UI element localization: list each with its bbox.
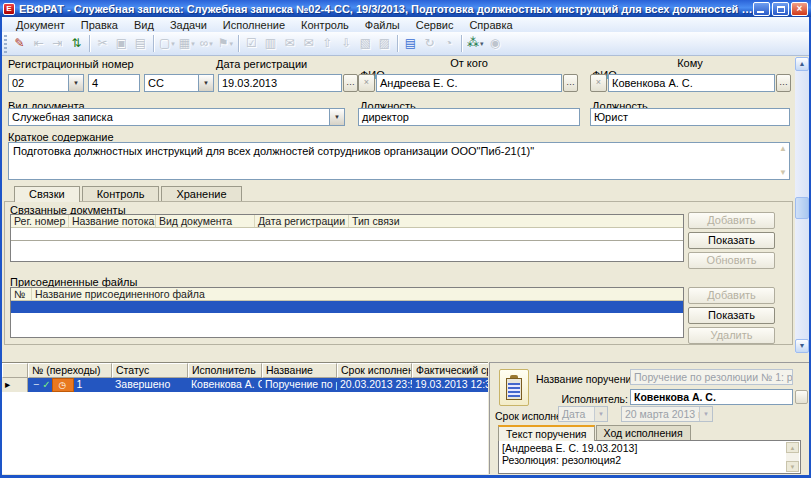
linked-refresh-button: Обновить [688,252,775,269]
status-check-icon: ✓ [42,379,50,390]
doc-type-combobox[interactable]: Служебная записка ▼ [8,108,345,126]
restore-icon [777,6,785,13]
menu-item-5[interactable]: Контроль [293,19,357,31]
executor-label: Исполнитель: [536,393,628,405]
column-header[interactable]: Название потока [69,215,156,227]
menu-item-3[interactable]: Задачи [162,19,215,31]
stop-process-icon: ◉ [486,34,505,53]
minimize-button[interactable] [753,2,770,16]
menu-item-0[interactable]: Документ [8,19,73,31]
column-header[interactable]: № [11,288,32,300]
column-header[interactable]: Название присоединенного файла [32,288,683,300]
from-fio-input[interactable]: Андреева Е. С. [376,74,562,92]
from-group-label: От кого [358,57,580,69]
menu-item-2[interactable]: Вид [126,19,162,31]
menu-item-6[interactable]: Файлы [357,19,408,31]
column-header[interactable]: Фактический срок... [412,363,488,378]
tab-kontrol[interactable]: Контроль [82,186,160,201]
chevron-down-icon[interactable]: ▼ [68,75,83,91]
column-header[interactable]: Дата регистрации [255,215,349,227]
to-position-input[interactable]: Юрист [590,108,790,126]
column-header[interactable]: Срок исполнения [337,363,412,378]
from-clear-button[interactable]: × [358,74,375,92]
attached-files-table[interactable]: № Название присоединенного файла [10,287,684,338]
chevron-down-icon[interactable]: ▼ [329,109,344,125]
link-document-icon: ∞▾ [197,34,216,53]
scroll-up-icon[interactable]: ▲ [779,145,787,153]
stamp-icon: ▦▾ [177,34,197,53]
toolbar-icons: ✎⇤⇥⇅✂▣▤▢▾▦▾∞▾⚑▾☑▥✉✉⇧⇩▧▨▤↻◔⁂▾◉ [10,34,505,53]
paste-icon: ▤ [131,34,150,53]
scroll-up-icon[interactable]: ▲ [795,57,809,71]
to-clear-button[interactable]: × [590,74,607,92]
tab-svyazki[interactable]: Связки [14,186,80,202]
app-icon: Е [3,3,15,15]
menu-item-7[interactable]: Сервис [408,19,462,31]
column-header[interactable]: Исполнитель [188,363,262,378]
files-show-button[interactable]: Показать [688,307,775,324]
scroll-up-icon[interactable]: ▲ [786,442,799,453]
reg-date-label: Дата регистрации [216,58,307,70]
summary-textarea[interactable]: Подготовка должностных инструкций для вс… [8,142,790,180]
tab-khranenie[interactable]: Хранение [161,186,241,201]
archive-icon: ▧ [356,34,375,53]
menu-item-1[interactable]: Правка [73,19,126,31]
order-text-scrollbar[interactable]: ▲ ▼ [786,442,799,472]
notes-icon[interactable]: ▤ [401,34,420,53]
order-status-cell: Завершено [112,378,188,392]
from-picker-button[interactable]: … [563,74,578,92]
reg-number-part3-combobox[interactable]: СС ▼ [144,74,214,92]
column-header[interactable]: Рег. номер [11,215,69,227]
column-header[interactable]: № (переходы) [28,363,112,378]
mail-receive-icon: ✉ [299,34,318,53]
from-position-input[interactable]: директор [358,108,580,126]
reg-number-part1-combobox[interactable]: 02 ▼ [8,74,84,92]
scrollbar-thumb[interactable] [795,197,809,219]
close-button[interactable]: × [791,2,808,16]
order-text-area[interactable]: [Андреева Е. С. 19.03.2013] Резолюция: р… [498,440,801,474]
form-scrollbar[interactable]: ▲ ▼ [795,57,809,353]
table-header-row: Рег. номер Название потока Вид документа… [11,215,683,228]
restore-button[interactable] [772,2,789,16]
tree-expander-icon[interactable]: − [33,378,39,390]
reg-date-picker-button[interactable]: … [343,74,358,92]
order-number-cell: −✓◷1 [28,378,112,392]
workflow-icon[interactable]: ⁂▾ [465,34,486,53]
executor-input[interactable]: Ковенкова А. С. [630,389,793,405]
minimize-icon [757,11,764,13]
sort-order-icon[interactable]: ⇅ [67,34,86,53]
scroll-down-icon[interactable]: ▼ [795,339,809,353]
chevron-down-icon: ▼ [699,407,712,421]
linked-documents-table[interactable]: Рег. номер Название потока Вид документа… [10,214,684,262]
column-header[interactable]: Название [262,363,337,378]
order-row[interactable]: ▸ −✓◷1 Завершено Ковенкова А. С. Поручен… [2,378,488,392]
new-document-icon: ▢▾ [157,34,177,53]
column-header[interactable]: Статус [112,363,188,378]
tab-execution-progress[interactable]: Ход исполнения [596,425,691,440]
reg-number-part2-input[interactable]: 4 [88,74,140,92]
table-header-row: № Название присоединенного файла [11,288,683,301]
mail-send-icon: ✉ [280,34,299,53]
to-picker-button[interactable]: … [776,74,791,92]
tab-order-text[interactable]: Текст поручения [498,425,595,441]
toolbar-separator [461,35,462,52]
edit-document-icon[interactable]: ✎ [10,34,29,53]
menu-item-4[interactable]: Исполнение [215,19,293,31]
grid-header-row: № (переходы) Статус Исполнитель Название… [2,363,488,378]
reg-number-label: Регистрационный номер [8,58,134,70]
selected-empty-row[interactable] [11,301,683,313]
application-window: Е ЕВФРАТ - Служебная записка: Служебная … [0,0,811,478]
reg-date-input[interactable]: 19.03.2013 [218,74,342,92]
orders-grid[interactable]: № (переходы) Статус Исполнитель Название… [2,362,488,474]
menu-item-8[interactable]: Справка [461,19,520,31]
scroll-down-icon[interactable]: ▼ [779,169,787,177]
order-clipboard-icon[interactable] [499,369,529,406]
column-header[interactable]: Тип связи [349,215,683,227]
files-delete-button: Удалить [688,327,775,344]
scroll-down-icon[interactable]: ▼ [786,461,799,472]
to-fio-input[interactable]: Ковенкова А. С. [608,74,775,92]
chevron-down-icon[interactable]: ▼ [198,75,213,91]
column-header[interactable]: Вид документа [156,215,255,227]
linked-show-button[interactable]: Показать [688,232,775,249]
empty-row [11,228,683,241]
